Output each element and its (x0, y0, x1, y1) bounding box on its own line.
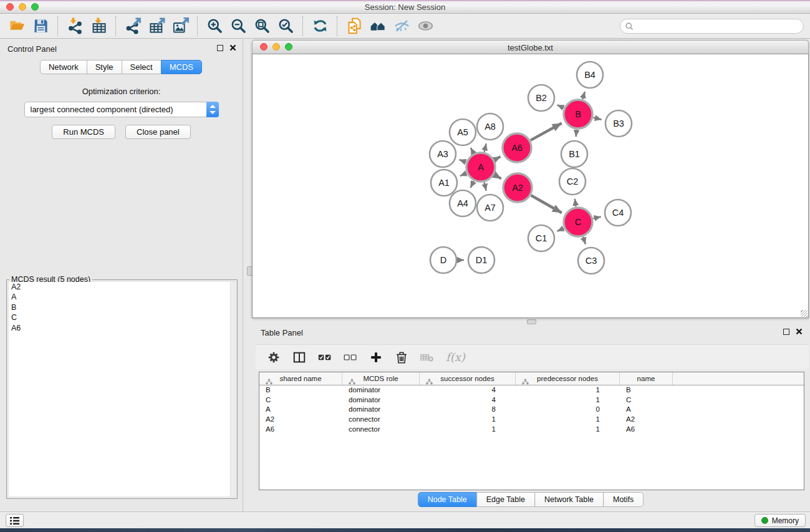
cell-shared-name[interactable]: A6 (259, 425, 342, 435)
node-A[interactable]: A (466, 153, 495, 181)
save-session-button[interactable] (29, 16, 52, 37)
table-settings-button[interactable] (267, 348, 281, 367)
edge-B-B4[interactable] (582, 92, 585, 99)
import-network-button[interactable] (63, 16, 87, 37)
cell-successor-nodes[interactable]: 4 (420, 385, 516, 395)
zoom-fit-button[interactable] (250, 16, 274, 37)
close-panel-button[interactable]: Close panel (125, 125, 191, 139)
cell-successor-nodes[interactable]: 1 (420, 415, 516, 425)
network-from-selection-button[interactable] (342, 16, 366, 37)
node-A6[interactable]: A6 (503, 133, 531, 162)
node-B[interactable]: B (564, 100, 592, 128)
edge-A-A6[interactable] (494, 157, 501, 160)
memory-button[interactable]: Memory (755, 514, 806, 527)
cell-predecessor-nodes[interactable]: 1 (516, 425, 620, 435)
result-scrollbar[interactable] (230, 282, 235, 496)
edge-B-B1[interactable] (576, 130, 577, 137)
zoom-out-button[interactable] (226, 16, 250, 37)
mcds-result-item[interactable]: B (9, 302, 235, 312)
node-A3[interactable]: A3 (430, 141, 456, 167)
deselect-all-button[interactable] (344, 348, 357, 367)
edge-B-B3[interactable] (593, 118, 601, 120)
zoom-selected-button[interactable] (274, 16, 297, 37)
search-field[interactable] (620, 19, 804, 34)
node-A2[interactable]: A2 (503, 173, 532, 202)
edge-A6-B[interactable] (531, 123, 562, 140)
criterion-select[interactable]: largest connected component (directed) (24, 102, 219, 117)
apply-layout-button[interactable] (308, 16, 332, 37)
node-B4[interactable]: B4 (577, 62, 603, 88)
node-B1[interactable]: B1 (561, 141, 587, 167)
node-D[interactable]: D (430, 247, 456, 273)
cell-successor-nodes[interactable]: 4 (420, 395, 516, 405)
tab-style[interactable]: Style (87, 60, 122, 74)
node-A7[interactable]: A7 (477, 195, 503, 221)
import-table-button[interactable] (87, 16, 110, 37)
cell-shared-name[interactable]: A (259, 405, 342, 415)
delete-table-button[interactable] (420, 348, 434, 367)
edge-B-B2[interactable] (557, 105, 564, 108)
edge-C-C2[interactable] (575, 199, 576, 207)
export-network-button[interactable] (121, 16, 145, 37)
node-table[interactable]: shared nameMCDS rolesuccessor nodesprede… (259, 372, 804, 490)
run-mcds-button[interactable]: Run MCDS (52, 125, 115, 139)
cell-name[interactable]: C (620, 395, 673, 405)
edge-A-A1[interactable] (460, 173, 466, 176)
node-A4[interactable]: A4 (450, 190, 476, 216)
cell-name[interactable]: A6 (620, 425, 673, 435)
node-C[interactable]: C (564, 208, 592, 236)
zoom-in-button[interactable] (203, 16, 226, 37)
delete-column-button[interactable] (395, 348, 408, 367)
column-header-name[interactable]: name (620, 372, 673, 385)
tab-network-table[interactable]: Network Table (534, 492, 604, 507)
cell-MCDS-role[interactable]: dominator (342, 385, 420, 395)
cell-predecessor-nodes[interactable]: 1 (516, 415, 620, 425)
tab-select[interactable]: Select (122, 60, 162, 74)
cell-successor-nodes[interactable]: 8 (420, 405, 516, 415)
edge-A-A3[interactable] (460, 160, 466, 162)
mcds-result-item[interactable]: A2 (9, 282, 235, 292)
overview-button[interactable] (366, 16, 390, 37)
network-canvas[interactable]: B4B2BB3A8A5A6A3B1AC2A1A2A4A7C4CC1C3DD1 (252, 54, 809, 318)
window-titlebar[interactable]: Session: New Session (0, 0, 810, 14)
mcds-result-item[interactable]: A (9, 292, 235, 302)
node-C2[interactable]: C2 (559, 168, 586, 195)
edge-A-A4[interactable] (471, 181, 474, 188)
cell-name[interactable]: A (620, 405, 673, 415)
node-C4[interactable]: C4 (605, 200, 631, 226)
mcds-result-list[interactable]: A2ABCA6 (9, 282, 235, 496)
edge-A2-C[interactable] (531, 195, 562, 213)
cell-shared-name[interactable]: B (259, 385, 342, 395)
tab-node-table[interactable]: Node Table (418, 492, 477, 507)
node-A5[interactable]: A5 (450, 119, 476, 145)
tab-motifs[interactable]: Motifs (603, 492, 644, 507)
cell-MCDS-role[interactable]: connector (342, 415, 420, 425)
table-row[interactable]: A6connector11A6 (259, 425, 804, 435)
column-header-successor-nodes[interactable]: successor nodes (420, 372, 516, 385)
edge-C-C1[interactable] (557, 228, 564, 231)
select-all-button[interactable] (318, 348, 332, 367)
node-A8[interactable]: A8 (477, 114, 503, 140)
cell-predecessor-nodes[interactable]: 0 (516, 405, 620, 415)
tab-edge-table[interactable]: Edge Table (476, 492, 535, 507)
cell-name[interactable]: B (620, 385, 673, 395)
edge-C-C3[interactable] (583, 237, 586, 244)
add-column-button[interactable] (369, 348, 383, 367)
node-B3[interactable]: B3 (605, 110, 632, 137)
node-C1[interactable]: C1 (528, 225, 554, 251)
table-row[interactable]: Cdominator41C (259, 395, 804, 405)
edge-A-A2[interactable] (494, 175, 501, 178)
node-D1[interactable]: D1 (468, 247, 494, 273)
task-history-button[interactable] (6, 514, 24, 527)
edge-A-A7[interactable] (485, 182, 486, 190)
close-panel-icon[interactable] (229, 44, 236, 51)
network-graph[interactable]: B4B2BB3A8A5A6A3B1AC2A1A2A4A7C4CC1C3DD1 (253, 54, 808, 317)
cell-predecessor-nodes[interactable]: 1 (516, 385, 620, 395)
float-table-panel-icon[interactable] (783, 329, 789, 335)
mcds-result-item[interactable]: C (9, 312, 235, 322)
export-table-button[interactable] (145, 16, 168, 37)
cell-successor-nodes[interactable]: 1 (420, 425, 516, 435)
node-A1[interactable]: A1 (431, 170, 457, 196)
window-resize-grip[interactable] (801, 310, 808, 317)
column-header-shared-name[interactable]: shared name (259, 372, 342, 385)
